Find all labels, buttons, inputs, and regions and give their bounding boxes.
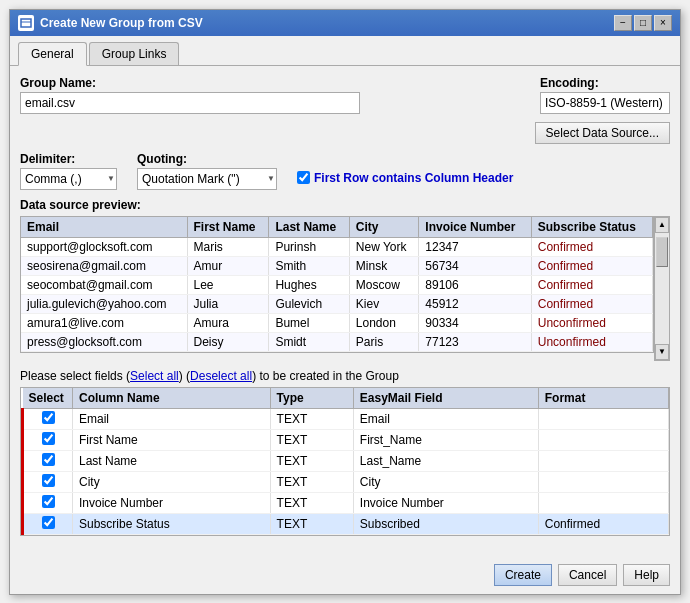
preview-table: Email First Name Last Name City Invoice … xyxy=(21,217,653,352)
table-row: First Name TEXT First_Name xyxy=(23,429,669,450)
svg-rect-0 xyxy=(21,19,31,27)
dialog-window: Create New Group from CSV − □ × General … xyxy=(9,9,681,595)
select-all-link[interactable]: Select all xyxy=(130,369,179,383)
group-name-label: Group Name: xyxy=(20,76,360,90)
fields-header-easymail: EasyMail Field xyxy=(353,388,538,409)
select-data-source-button[interactable]: Select Data Source... xyxy=(535,122,670,144)
preview-scrollbar[interactable]: ▲ ▼ xyxy=(654,216,670,361)
main-content: Group Name: Encoding: ISO-8859-1 (Wester… xyxy=(10,66,680,556)
cancel-button[interactable]: Cancel xyxy=(558,564,617,586)
field-checkbox-firstname[interactable] xyxy=(42,432,55,445)
table-row: seocombat@gmail.com Lee Hughes Moscow 89… xyxy=(21,275,653,294)
tab-bar: General Group Links xyxy=(10,36,680,66)
preview-header-city: City xyxy=(349,217,419,238)
field-checkbox-lastname[interactable] xyxy=(42,453,55,466)
preview-header-lastname: Last Name xyxy=(269,217,349,238)
table-row: City TEXT City xyxy=(23,471,669,492)
preview-header-invoice: Invoice Number xyxy=(419,217,531,238)
scroll-down-button[interactable]: ▼ xyxy=(655,344,669,360)
preview-header-email: Email xyxy=(21,217,187,238)
bottom-bar: Create Cancel Help xyxy=(10,556,680,594)
delimiter-label: Delimiter: xyxy=(20,152,117,166)
field-checkbox-city[interactable] xyxy=(42,474,55,487)
fields-table: Select Column Name Type EasyMail Field F… xyxy=(21,388,669,535)
table-row: press@glocksoft.com Deisy Smidt Paris 77… xyxy=(21,332,653,351)
table-row: Invoice Number TEXT Invoice Number xyxy=(23,492,669,513)
minimize-button[interactable]: − xyxy=(614,15,632,31)
field-checkbox-invoice[interactable] xyxy=(42,495,55,508)
quoting-select[interactable]: Quotation Mark (") Single Quote (') None xyxy=(137,168,277,190)
tab-general[interactable]: General xyxy=(18,42,87,66)
field-checkbox-email[interactable] xyxy=(42,411,55,424)
encoding-label: Encoding: xyxy=(540,76,670,90)
table-row: amura1@live.com Amura Bumel London 90334… xyxy=(21,313,653,332)
preview-area: Email First Name Last Name City Invoice … xyxy=(20,216,670,361)
scroll-track xyxy=(655,233,669,344)
table-row: Last Name TEXT Last_Name xyxy=(23,450,669,471)
table-row: support@glocksoft.com Maris Purinsh New … xyxy=(21,237,653,256)
fields-header-column: Column Name xyxy=(73,388,271,409)
delimiter-row: Delimiter: Comma (,) Semicolon (;) Tab ▼… xyxy=(20,152,670,190)
tab-group-links[interactable]: Group Links xyxy=(89,42,180,65)
close-button[interactable]: × xyxy=(654,15,672,31)
window-title: Create New Group from CSV xyxy=(40,16,203,30)
table-row: julia.gulevich@yahoo.com Julia Gulevich … xyxy=(21,294,653,313)
deselect-all-link[interactable]: Deselect all xyxy=(190,369,252,383)
scroll-thumb[interactable] xyxy=(656,237,668,267)
window-icon xyxy=(18,15,34,31)
fields-header-select: Select xyxy=(23,388,73,409)
preview-header-subscribe: Subscribe Status xyxy=(531,217,652,238)
fields-header-format: Format xyxy=(538,388,668,409)
table-row: Email TEXT Email xyxy=(23,408,669,429)
first-row-checkbox[interactable] xyxy=(297,171,310,184)
maximize-button[interactable]: □ xyxy=(634,15,652,31)
delimiter-select[interactable]: Comma (,) Semicolon (;) Tab xyxy=(20,168,117,190)
help-button[interactable]: Help xyxy=(623,564,670,586)
table-row: Subscribe Status TEXT Subscribed Confirm… xyxy=(23,513,669,534)
preview-header-firstname: First Name xyxy=(187,217,269,238)
title-bar: Create New Group from CSV − □ × xyxy=(10,10,680,36)
encoding-display: ISO-8859-1 (Western) xyxy=(540,92,670,114)
create-button[interactable]: Create xyxy=(494,564,552,586)
scroll-up-button[interactable]: ▲ xyxy=(655,217,669,233)
first-row-label[interactable]: First Row contains Column Header xyxy=(314,171,513,185)
group-name-row: Group Name: Encoding: ISO-8859-1 (Wester… xyxy=(20,76,670,114)
group-name-input[interactable] xyxy=(20,92,360,114)
select-fields-label: Please select fields (Select all) (Desel… xyxy=(20,369,670,383)
preview-section-label: Data source preview: xyxy=(20,198,670,212)
quoting-label: Quoting: xyxy=(137,152,277,166)
fields-table-container: Select Column Name Type EasyMail Field F… xyxy=(20,387,670,536)
table-row: seosirena@gmail.com Amur Smith Minsk 567… xyxy=(21,256,653,275)
field-checkbox-subscribe[interactable] xyxy=(42,516,55,529)
fields-header-type: Type xyxy=(270,388,353,409)
